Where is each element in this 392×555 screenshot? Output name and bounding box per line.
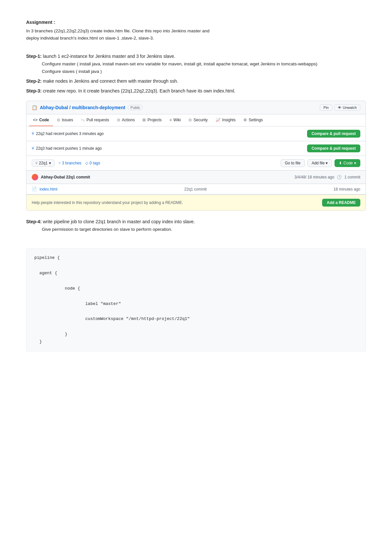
add-file-button[interactable]: Add file ▾ — [307, 159, 332, 167]
nav-actions-label: Actions — [122, 118, 135, 122]
nav-projects[interactable]: ⊞ Projects — [139, 114, 165, 126]
alert-text-22q3: ⑂ 22q3 had recent pushes 1 minute ago — [32, 146, 102, 151]
repo-actions: Pin 👁 Unwatch — [320, 104, 360, 111]
branch-icon-22q2: ⑂ — [32, 131, 34, 136]
step2: Step-2: make nodes in Jenkins and connec… — [26, 77, 366, 85]
nav-settings[interactable]: ⚙ Settings — [239, 114, 267, 126]
repo-nav: <> Code ⊙ Issues ↑↓ Pull requests ⊙ Acti… — [26, 114, 366, 126]
nav-wiki[interactable]: ≡ Wiki — [166, 114, 185, 126]
unwatch-label: Unwatch — [343, 106, 357, 109]
add-readme-button[interactable]: Add a README — [322, 199, 360, 207]
compare-btn-22q3[interactable]: Compare & pull request — [307, 144, 360, 152]
nav-code[interactable]: <> Code — [29, 114, 53, 126]
committer-avatar — [32, 174, 38, 180]
insights-nav-icon: 📈 — [216, 118, 220, 122]
readme-text: Help people interested in this repositor… — [32, 200, 183, 205]
eye-icon: 👁 — [338, 106, 341, 109]
settings-nav-icon: ⚙ — [243, 118, 247, 122]
assignment-title: Assignment : — [26, 20, 366, 25]
alert-message-22q2: 22q2 had recent pushes 3 minutes ago — [36, 131, 104, 136]
nav-code-label: Code — [39, 118, 49, 122]
branch-name: 22q1 — [39, 161, 48, 165]
pr-nav-icon: ↑↓ — [81, 118, 85, 122]
nav-issues-label: Issues — [62, 118, 73, 122]
pipeline-code: pipeline { agent { node { label "master"… — [26, 248, 366, 351]
step2-label: Step-2: — [26, 78, 41, 84]
step3-label: Step-3: — [26, 88, 41, 93]
nav-security[interactable]: ⊙ Security — [185, 114, 211, 126]
chevron-down-icon-add: ▾ — [326, 161, 328, 165]
step4-indent: Give permission to target directories on… — [42, 226, 366, 233]
branch-right: Go to file Add file ▾ ⬇ Code ▾ — [281, 159, 360, 167]
nav-actions[interactable]: ⊙ Actions — [113, 114, 139, 126]
commit-count: 1 commit — [344, 175, 360, 179]
issues-nav-icon: ⊙ — [57, 118, 60, 122]
repo-title[interactable]: Abhay-Dubal / multibranch-deployment — [40, 105, 125, 110]
repo-icon: 📋 — [32, 105, 37, 110]
code-icon: ⬇ — [339, 161, 342, 165]
step1-indent1: Configure master ( install java, install… — [42, 60, 366, 68]
branches-count[interactable]: ⑂ 3 branches — [58, 161, 81, 165]
branch-bar: ⑂ 22q1 ▾ ⑂ 3 branches ◇ 0 tags Go to fil… — [26, 156, 366, 171]
alert-text-22q2: ⑂ 22q2 had recent pushes 3 minutes ago — [32, 131, 104, 136]
chevron-down-icon: ▾ — [49, 161, 51, 165]
unwatch-button[interactable]: 👁 Unwatch — [334, 104, 360, 111]
file-time: 18 minutes ago — [334, 187, 360, 192]
nav-projects-label: Projects — [147, 118, 161, 122]
step3-text: create new repo. In it create branches (… — [41, 88, 235, 93]
step3: Step-3: create new repo. In it create br… — [26, 87, 366, 95]
go-to-file-button[interactable]: Go to file — [281, 159, 305, 167]
file-row-index-html: 📄 index.html 22q1 commit 18 minutes ago — [26, 184, 366, 194]
nav-pr-label: Pull requests — [87, 118, 109, 122]
actions-nav-icon: ⊙ — [117, 118, 120, 122]
commit-bar: Abhay-Dubal 22q1 commit 3/4/48/ 18 minut… — [26, 171, 366, 184]
branch-dropdown-icon: ⑂ — [35, 161, 38, 165]
nav-insights[interactable]: 📈 Insights — [212, 114, 239, 126]
alert-bar-22q2: ⑂ 22q2 had recent pushes 3 minutes ago C… — [26, 126, 366, 141]
nav-wiki-label: Wiki — [173, 118, 181, 122]
chevron-down-icon-code: ▾ — [354, 161, 356, 165]
step4-text: write pipeline job to clone 22q1 branch … — [41, 219, 195, 224]
nav-settings-label: Settings — [249, 118, 263, 122]
file-icon: 📄 — [32, 187, 37, 192]
readme-bar: Help people interested in this repositor… — [26, 194, 366, 210]
commit-time: 3/4/48/ 18 minutes ago — [294, 175, 334, 179]
history-icon: 🕐 — [337, 175, 342, 179]
commit-right: 3/4/48/ 18 minutes ago 🕐 1 commit — [294, 175, 360, 179]
alert-message-22q3: 22q3 had recent pushes 1 minute ago — [36, 146, 102, 151]
commit-left: Abhay-Dubal 22q1 commit — [32, 174, 90, 180]
branch-left: ⑂ 22q1 ▾ ⑂ 3 branches ◇ 0 tags — [32, 160, 100, 167]
security-nav-icon: ⊙ — [188, 118, 192, 122]
tag-icon: ◇ — [85, 161, 88, 165]
repo-title-area: 📋 Abhay-Dubal / multibranch-deployment P… — [32, 105, 143, 110]
commit-message: Abhay-Dubal 22q1 commit — [41, 175, 90, 179]
step1-label: Step-1: — [26, 54, 41, 59]
repo-public-badge: Public — [128, 105, 143, 110]
branches-icon: ⑂ — [58, 161, 61, 165]
assignment-line1: In 3 branches (22q1,22q2,22q3) create in… — [26, 28, 209, 33]
nav-pull-requests[interactable]: ↑↓ Pull requests — [77, 114, 113, 126]
nav-insights-label: Insights — [222, 118, 236, 122]
code-button[interactable]: ⬇ Code ▾ — [335, 159, 360, 167]
assignment-body: In 3 branches (22q1,22q2,22q3) create in… — [26, 27, 366, 42]
tags-count[interactable]: ◇ 0 tags — [85, 161, 100, 165]
branch-icon-22q3: ⑂ — [32, 146, 34, 151]
alert-bar-22q3: ⑂ 22q3 had recent pushes 1 minute ago Co… — [26, 141, 366, 156]
branch-dropdown[interactable]: ⑂ 22q1 ▾ — [32, 160, 55, 167]
code-nav-icon: <> — [33, 118, 38, 122]
step4-label: Step-4: — [26, 219, 41, 224]
file-name[interactable]: index.html — [40, 187, 57, 192]
assignment-line2: deploy individual branch's index.html on… — [26, 36, 154, 41]
wiki-nav-icon: ≡ — [170, 118, 172, 122]
nav-issues[interactable]: ⊙ Issues — [53, 114, 77, 126]
step1: Step-1: launch 1 ec2-instance for Jenkin… — [26, 53, 366, 76]
step1-text: launch 1 ec2-instance for Jenkins master… — [41, 54, 175, 59]
page-container: Assignment : In 3 branches (22q1,22q2,22… — [26, 20, 366, 351]
pin-button[interactable]: Pin — [320, 104, 332, 111]
file-commit-msg: 22q1 commit — [184, 187, 207, 192]
compare-btn-22q2[interactable]: Compare & pull request — [307, 130, 360, 138]
step1-indent2: Configure slaves ( install java ) — [42, 68, 366, 76]
file-left: 📄 index.html — [32, 187, 57, 192]
nav-security-label: Security — [193, 118, 207, 122]
github-repo-box: 📋 Abhay-Dubal / multibranch-deployment P… — [26, 101, 366, 211]
